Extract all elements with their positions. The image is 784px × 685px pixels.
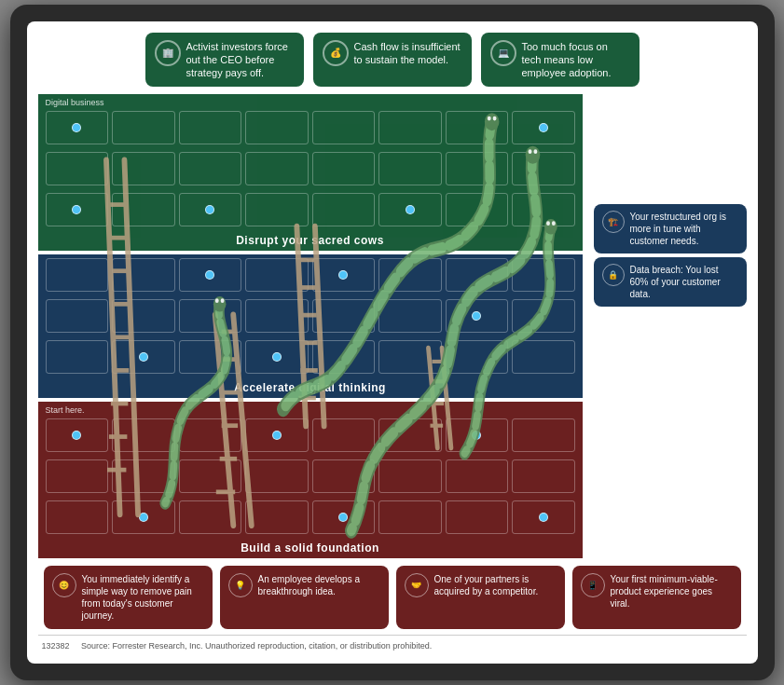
viral-icon: 📱 (581, 573, 605, 597)
blue-cell-19 (179, 340, 242, 374)
game-board: Digital business (38, 94, 747, 558)
green-cell-4 (245, 111, 309, 144)
blue-cell-12 (245, 299, 309, 333)
blue-cell-22 (378, 340, 442, 374)
blue-cell-14 (378, 299, 442, 333)
start-label: Start here. (38, 402, 583, 415)
green-cell-1 (46, 111, 109, 144)
brown-cell-3 (179, 418, 242, 452)
brown-section: Start here. (38, 402, 583, 558)
event-employee: 💡 An employee develops a breakthrough id… (220, 566, 389, 629)
green-cell-6 (378, 111, 442, 144)
brown-cell-12 (245, 459, 309, 493)
databreach-card: 🔒 Data breach: You lost 60% of your cust… (594, 257, 747, 307)
blue-cell-17 (46, 340, 109, 374)
green-cell-10 (112, 152, 175, 185)
brown-cell-11 (179, 459, 242, 493)
green-cell-9 (46, 152, 109, 185)
green-cell-15 (446, 152, 509, 185)
blue-cell-11 (179, 299, 242, 333)
blue-cell-4 (245, 258, 309, 292)
blue-cell-9 (46, 299, 109, 333)
footer-code: 132382 (42, 641, 70, 651)
blue-cell-8 (512, 258, 575, 292)
green-cell-12 (245, 152, 309, 185)
green-cell-17 (46, 193, 109, 226)
event-viral: 📱 Your first minimum-viable-product expe… (572, 566, 741, 629)
green-cell-2 (112, 111, 175, 144)
device-frame: 🏢 Activist investors force out the CEO b… (10, 5, 775, 681)
brown-cell-4 (245, 418, 309, 452)
main-card: 🏢 Activist investors force out the CEO b… (27, 21, 758, 664)
blue-cell-3 (179, 258, 242, 292)
green-section-label: Disrupt your sacred cows (38, 230, 583, 251)
blue-cell-15 (446, 299, 509, 333)
brown-cell-5 (312, 418, 376, 452)
activist-text: Activist investors force out the CEO bef… (186, 40, 295, 80)
green-cell-5 (312, 111, 376, 144)
green-cell-7 (446, 111, 509, 144)
event-activist: 🏢 Activist investors force out the CEO b… (145, 33, 304, 88)
partner-text: One of your partners is acquired by a co… (434, 573, 557, 597)
partner-icon: 🤝 (405, 573, 429, 597)
top-events: 🏢 Activist investors force out the CEO b… (38, 33, 747, 88)
brown-cell-23 (446, 500, 509, 534)
blue-cell-6 (378, 258, 442, 292)
databreach-text: Data breach: You lost 60% of your custom… (630, 264, 738, 300)
brown-cell-19 (179, 500, 242, 534)
green-cell-19 (179, 193, 242, 226)
brown-cell-20 (245, 500, 309, 534)
brown-section-label: Build a solid foundation (38, 538, 583, 558)
blue-cell-23 (446, 340, 509, 374)
blue-cell-1 (46, 258, 109, 292)
footer: 132382 Source: Forrester Research, Inc. … (38, 635, 747, 652)
blue-section-label: Accelerate digital thinking (38, 377, 583, 398)
blue-cell-16 (512, 299, 575, 333)
viral-text: Your first minimum-viable-product experi… (611, 573, 733, 610)
employee-text: An employee develops a breakthrough idea… (258, 573, 380, 597)
green-cell-8 (512, 111, 575, 144)
brown-cell-13 (312, 459, 376, 493)
brown-cell-6 (378, 418, 442, 452)
green-cell-16 (512, 152, 575, 185)
bottom-events: 😊 You immediately identify a simple way … (38, 566, 747, 629)
brown-cell-10 (112, 459, 175, 493)
restructured-text: Your restructured org is more in tune wi… (630, 211, 738, 247)
pain-icon: 😊 (52, 573, 76, 597)
brown-cell-9 (46, 459, 109, 493)
blue-cell-5 (312, 258, 376, 292)
brown-cell-18 (112, 500, 175, 534)
green-cell-3 (179, 111, 242, 144)
brown-cell-1 (46, 418, 109, 452)
cashflow-text: Cash flow is insufficient to sustain the… (354, 40, 462, 67)
blue-cell-10 (112, 299, 175, 333)
blue-cell-21 (312, 340, 376, 374)
activist-icon: 🏢 (155, 40, 181, 66)
green-cell-20 (245, 193, 309, 226)
brown-cell-7 (446, 418, 509, 452)
green-cell-21 (312, 193, 376, 226)
restructured-icon: 🏗️ (602, 211, 625, 233)
green-cell-11 (179, 152, 242, 185)
pain-text: You immediately identify a simple way to… (82, 573, 204, 622)
green-section: Digital business (38, 94, 583, 251)
brown-cell-14 (378, 459, 442, 493)
digital-business-label: Digital business (38, 94, 583, 107)
brown-cell-8 (512, 418, 575, 452)
blue-cell-13 (312, 299, 376, 333)
techfocus-icon: 💻 (490, 40, 516, 66)
green-cell-22 (378, 193, 442, 226)
event-cashflow: 💰 Cash flow is insufficient to sustain t… (313, 33, 472, 88)
blue-section: Accelerate digital thinking (38, 254, 583, 398)
green-cell-13 (312, 152, 376, 185)
databreach-icon: 🔒 (602, 264, 625, 286)
event-techfocus: 💻 Too much focus on tech means low emplo… (481, 33, 640, 88)
footer-source: Source: Forrester Research, Inc. Unautho… (81, 641, 432, 651)
side-cards: 🏗️ Your restructured org is more in tune… (588, 94, 747, 558)
brown-cell-16 (512, 459, 575, 493)
board-main: Digital business (38, 94, 583, 558)
blue-cell-24 (512, 340, 575, 374)
cashflow-icon: 💰 (323, 40, 349, 66)
brown-cell-22 (378, 500, 442, 534)
blue-cell-20 (245, 340, 309, 374)
